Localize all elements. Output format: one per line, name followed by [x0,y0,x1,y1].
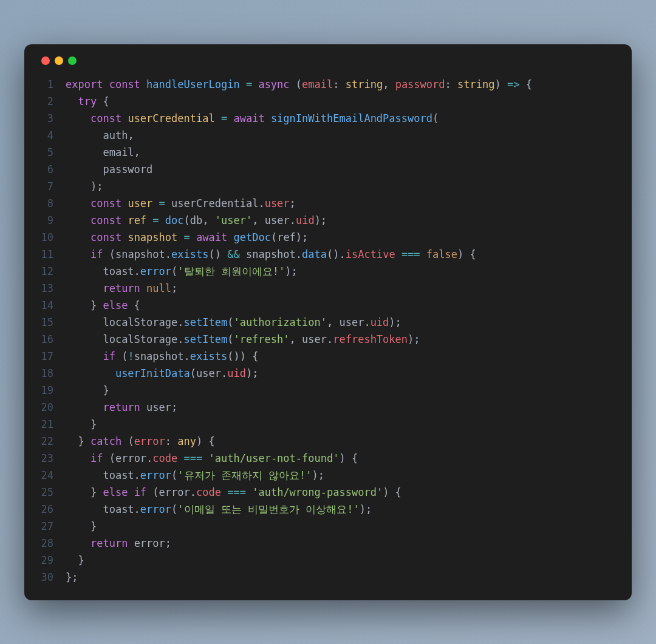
code-line: 1 export const handleUserLogin = async (… [39,76,617,93]
code-editor[interactable]: 1 export const handleUserLogin = async (… [39,76,617,586]
code-content: } else if (error.code === 'auth/wrong-pa… [66,484,617,501]
code-content: auth, [66,127,617,144]
minimize-button[interactable] [55,56,63,65]
code-line: 24 toast.error('유저가 존재하지 않아요!'); [39,467,617,484]
line-number: 6 [39,161,66,178]
line-number: 23 [39,450,66,467]
line-number: 10 [39,229,66,246]
code-line: 4 auth, [39,127,617,144]
code-line: 15 localStorage.setItem('authorization',… [39,314,617,331]
line-number: 13 [39,280,66,297]
code-line: 10 const snapshot = await getDoc(ref); [39,229,617,246]
code-line: 19 } [39,382,617,399]
line-number: 15 [39,314,66,331]
line-number: 9 [39,212,66,229]
line-number: 5 [39,144,66,161]
code-line: 29 } [39,552,617,569]
line-number: 16 [39,331,66,348]
code-content: const user = userCredential.user; [66,195,617,212]
line-number: 27 [39,518,66,535]
code-content: } [66,382,617,399]
code-line: 13 return null; [39,280,617,297]
code-content: email, [66,144,617,161]
code-line: 6 password [39,161,617,178]
code-content: return null; [66,280,617,297]
code-line: 12 toast.error('탈퇴한 회원이에요!'); [39,263,617,280]
code-content: localStorage.setItem('authorization', us… [66,314,617,331]
code-content: export const handleUserLogin = async (em… [66,76,617,93]
code-content: const ref = doc(db, 'user', user.uid); [66,212,617,229]
line-number: 22 [39,433,66,450]
code-content: } [66,552,617,569]
code-content: } [66,416,617,433]
code-line: 2 try { [39,93,617,110]
code-line: 3 const userCredential = await signInWit… [39,110,617,127]
code-content: userInitData(user.uid); [66,365,617,382]
line-number: 25 [39,484,66,501]
code-line: 9 const ref = doc(db, 'user', user.uid); [39,212,617,229]
line-number: 12 [39,263,66,280]
code-line: 23 if (error.code === 'auth/user-not-fou… [39,450,617,467]
code-content: const snapshot = await getDoc(ref); [66,229,617,246]
line-number: 29 [39,552,66,569]
code-content: try { [66,93,617,110]
code-line: 16 localStorage.setItem('refresh', user.… [39,331,617,348]
code-line: 17 if (!snapshot.exists()) { [39,348,617,365]
code-line: 25 } else if (error.code === 'auth/wrong… [39,484,617,501]
code-content: } else { [66,297,617,314]
line-number: 18 [39,365,66,382]
code-content: if (!snapshot.exists()) { [66,348,617,365]
line-number: 4 [39,127,66,144]
line-number: 30 [39,569,66,586]
code-window: 1 export const handleUserLogin = async (… [24,44,632,600]
code-line: 11 if (snapshot.exists() && snapshot.dat… [39,246,617,263]
code-content: ); [66,178,617,195]
code-content: const userCredential = await signInWithE… [66,110,617,127]
code-line: 21 } [39,416,617,433]
code-line: 26 toast.error('이메일 또는 비밀번호가 이상해요!'); [39,501,617,518]
code-content: password [66,161,617,178]
line-number: 11 [39,246,66,263]
line-number: 14 [39,297,66,314]
line-number: 26 [39,501,66,518]
close-button[interactable] [41,56,50,65]
line-number: 17 [39,348,66,365]
code-content: return user; [66,399,617,416]
code-line: 7 ); [39,178,617,195]
code-line: 5 email, [39,144,617,161]
line-number: 1 [39,76,66,93]
code-line: 20 return user; [39,399,617,416]
code-content: return error; [66,535,617,552]
code-line: 14 } else { [39,297,617,314]
line-number: 28 [39,535,66,552]
line-number: 24 [39,467,66,484]
code-content: toast.error('이메일 또는 비밀번호가 이상해요!'); [66,501,617,518]
code-line: 30 }; [39,569,617,586]
code-content: } catch (error: any) { [66,433,617,450]
code-line: 28 return error; [39,535,617,552]
line-number: 3 [39,110,66,127]
code-content: if (error.code === 'auth/user-not-found'… [66,450,617,467]
line-number: 20 [39,399,66,416]
line-number: 19 [39,382,66,399]
line-number: 7 [39,178,66,195]
maximize-button[interactable] [68,56,77,65]
line-number: 8 [39,195,66,212]
code-content: toast.error('탈퇴한 회원이에요!'); [66,263,617,280]
code-content: toast.error('유저가 존재하지 않아요!'); [66,467,617,484]
code-content: } [66,518,617,535]
code-line: 8 const user = userCredential.user; [39,195,617,212]
line-number: 2 [39,93,66,110]
code-line: 27 } [39,518,617,535]
code-line: 18 userInitData(user.uid); [39,365,617,382]
code-content: localStorage.setItem('refresh', user.ref… [66,331,617,348]
code-content: if (snapshot.exists() && snapshot.data()… [66,246,617,263]
line-number: 21 [39,416,66,433]
code-content: }; [66,569,617,586]
window-titlebar [39,56,617,65]
code-line: 22 } catch (error: any) { [39,433,617,450]
